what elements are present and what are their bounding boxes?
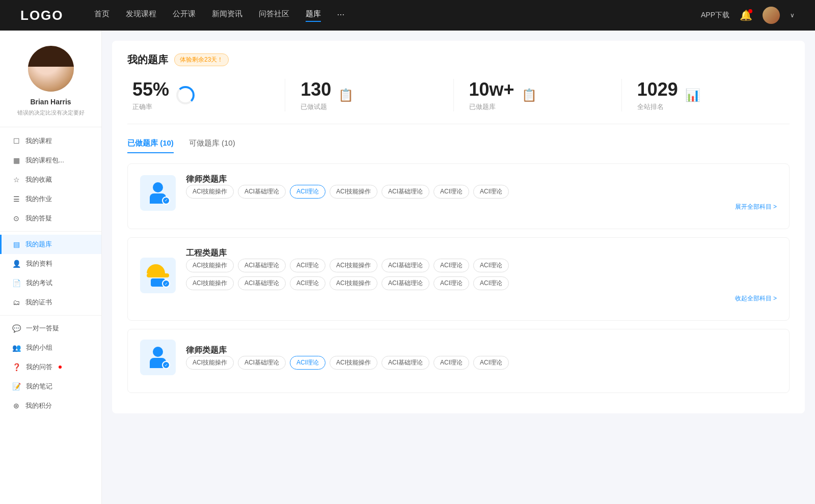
done-questions-icon: 📋 — [338, 88, 354, 102]
nav-more[interactable]: ··· — [337, 9, 345, 22]
sidebar-item-questions[interactable]: ❓ 我的问答 — [0, 357, 101, 377]
lawyer-2-person-icon: ✓ — [150, 347, 166, 368]
helmet-brim — [147, 273, 169, 277]
tag-0[interactable]: ACI技能操作 — [186, 185, 234, 199]
logo[interactable]: LOGO — [20, 8, 64, 23]
sidebar-label-qa: 我的答疑 — [25, 214, 52, 223]
eng-tag-8[interactable]: ACI基础理论 — [238, 276, 286, 290]
lawyer-head — [153, 182, 163, 192]
sidebar-avatar — [28, 46, 74, 92]
sidebar-profile: Brian Harris 错误的决定比没有决定要好 — [0, 31, 101, 127]
sidebar-item-qa[interactable]: ⊙ 我的答疑 — [0, 209, 101, 228]
sidebar-label-bank: 我的题库 — [25, 240, 52, 249]
eng-tag-7[interactable]: ACI技能操作 — [186, 276, 234, 290]
nav-bank[interactable]: 题库 — [306, 9, 321, 22]
lawyer-1-expand[interactable]: 展开全部科目 > — [186, 203, 777, 211]
sidebar-item-courses[interactable]: ☐ 我的课程 — [0, 131, 101, 151]
eng-tag-3[interactable]: ACI技能操作 — [330, 259, 377, 272]
profile-icon: 👤 — [12, 260, 21, 268]
sidebar-item-profile[interactable]: 👤 我的资料 — [0, 254, 101, 273]
nav-home[interactable]: 首页 — [94, 9, 110, 22]
eng-tag-1[interactable]: ACI基础理论 — [238, 259, 286, 272]
nav-news[interactable]: 新闻资讯 — [212, 9, 242, 22]
sidebar-item-packages[interactable]: ▦ 我的课程包... — [0, 151, 101, 170]
bank-section-lawyer-1: ✓ 律师类题库 ACI技能操作 ACI基础理论 ACI理论 ACI技能操作 AC… — [127, 163, 790, 229]
engineer-helmet-icon: ✓ — [147, 264, 169, 287]
tag-2[interactable]: ACI理论 — [290, 185, 325, 199]
eng-tag-5[interactable]: ACI理论 — [433, 259, 469, 272]
lawyer-1-tags: ACI技能操作 ACI基础理论 ACI理论 ACI技能操作 ACI基础理论 AC… — [186, 185, 777, 199]
bank-section-lawyer-2: ✓ 律师类题库 ACI技能操作 ACI基础理论 ACI理论 ACI技能操作 AC… — [127, 329, 790, 393]
lawyer-2-title: 律师类题库 — [186, 345, 777, 356]
sidebar-item-notes[interactable]: 📝 我的笔记 — [0, 377, 101, 396]
points-icon: ⊛ — [12, 402, 20, 410]
sidebar-item-favorites[interactable]: ☆ 我的收藏 — [0, 170, 101, 189]
tag-3[interactable]: ACI技能操作 — [330, 185, 377, 199]
eng-tag-13[interactable]: ACI理论 — [473, 276, 509, 290]
engineer-collapse[interactable]: 收起全部科目 > — [186, 294, 777, 303]
eng-tag-11[interactable]: ACI基础理论 — [382, 276, 429, 290]
tag-6[interactable]: ACI理论 — [473, 185, 509, 199]
bank-header-lawyer-1: ✓ 律师类题库 ACI技能操作 ACI基础理论 ACI理论 ACI技能操作 AC… — [140, 174, 777, 211]
sidebar-user-name: Brian Harris — [30, 98, 71, 106]
l2-tag-4[interactable]: ACI基础理论 — [382, 356, 429, 370]
l2-tag-0[interactable]: ACI技能操作 — [186, 356, 234, 370]
eng-tag-0[interactable]: ACI技能操作 — [186, 259, 234, 272]
eng-tag-4[interactable]: ACI基础理论 — [382, 259, 429, 272]
eng-tag-9[interactable]: ACI理论 — [290, 276, 325, 290]
l2-tag-1[interactable]: ACI基础理论 — [238, 356, 286, 370]
main-content: 我的题库 体验剩余23天！ 55% 正确率 130 已 — [102, 31, 815, 504]
stat-done-banks-wrap: 10w+ 已做题库 — [469, 79, 514, 111]
stat-done-questions: 130 已做试题 📋 — [285, 79, 453, 111]
eng-tag-10[interactable]: ACI技能操作 — [330, 276, 377, 290]
nav-app-download[interactable]: APP下载 — [701, 11, 729, 20]
stat-rank-value: 1029 — [637, 79, 678, 100]
nav-avatar[interactable] — [763, 7, 780, 24]
sidebar-user-motto: 错误的决定比没有决定要好 — [17, 109, 85, 117]
notes-icon: 📝 — [12, 382, 21, 390]
tag-4[interactable]: ACI基础理论 — [382, 185, 429, 199]
lawyer-2-icon-wrap: ✓ — [140, 340, 176, 375]
l2-tag-6[interactable]: ACI理论 — [473, 356, 509, 370]
nav-chevron-icon[interactable]: ∨ — [790, 12, 795, 19]
lawyer-badge: ✓ — [162, 197, 170, 205]
stat-done-questions-wrap: 130 已做试题 — [301, 79, 331, 111]
nav-discover[interactable]: 发现课程 — [126, 9, 156, 22]
page-header: 我的题库 体验剩余23天！ — [127, 53, 790, 67]
page-wrapper: Brian Harris 错误的决定比没有决定要好 ☐ 我的课程 ▦ 我的课程包… — [0, 31, 815, 504]
sidebar-item-group[interactable]: 👥 我的小组 — [0, 338, 101, 357]
avatar-image — [763, 7, 780, 24]
nav-qa[interactable]: 问答社区 — [259, 9, 289, 22]
l2-tag-5[interactable]: ACI理论 — [433, 356, 469, 370]
l2-tag-3[interactable]: ACI技能操作 — [330, 356, 377, 370]
sidebar-item-bank[interactable]: ▤ 我的题库 — [0, 235, 101, 254]
sidebar-item-exam[interactable]: 📄 我的考试 — [0, 273, 101, 293]
sidebar-item-cert[interactable]: 🗂 我的证书 — [0, 293, 101, 312]
page-title: 我的题库 — [127, 53, 168, 67]
helmet-badge: ✓ — [162, 279, 170, 288]
tag-5[interactable]: ACI理论 — [433, 185, 469, 199]
engineer-tags-2: ACI技能操作 ACI基础理论 ACI理论 ACI技能操作 ACI基础理论 AC… — [186, 276, 777, 290]
nav-links: 首页 发现课程 公开课 新闻资讯 问答社区 题库 ··· — [94, 9, 701, 22]
tab-available-banks[interactable]: 可做题库 (10) — [189, 138, 235, 153]
stat-rank: 1029 全站排名 📊 — [622, 79, 790, 111]
sidebar-item-one-on-one[interactable]: 💬 一对一答疑 — [0, 319, 101, 338]
eng-tag-6[interactable]: ACI理论 — [473, 259, 509, 272]
stat-accuracy: 55% 正确率 — [127, 79, 285, 111]
helmet-top — [147, 264, 165, 273]
l2-tag-2[interactable]: ACI理论 — [290, 356, 325, 370]
navbar: LOGO 首页 发现课程 公开课 新闻资讯 问答社区 题库 ··· APP下载 … — [0, 0, 815, 31]
nav-open-course[interactable]: 公开课 — [173, 9, 196, 22]
sidebar-label-points: 我的积分 — [25, 401, 52, 410]
tab-done-banks[interactable]: 已做题库 (10) — [127, 138, 174, 153]
lawyer-1-icon-wrap: ✓ — [140, 175, 176, 211]
sidebar-item-points[interactable]: ⊛ 我的积分 — [0, 396, 101, 415]
eng-tag-2[interactable]: ACI理论 — [290, 259, 325, 272]
sidebar-item-homework[interactable]: ☰ 我的作业 — [0, 189, 101, 209]
nav-bell[interactable]: 🔔 — [740, 9, 752, 21]
lawyer-2-body-wrap: 律师类题库 ACI技能操作 ACI基础理论 ACI理论 ACI技能操作 ACI基… — [186, 345, 777, 370]
questions-icon: ❓ — [12, 363, 21, 371]
eng-tag-12[interactable]: ACI理论 — [433, 276, 469, 290]
content-card: 我的题库 体验剩余23天！ 55% 正确率 130 已 — [112, 41, 805, 413]
tag-1[interactable]: ACI基础理论 — [238, 185, 286, 199]
